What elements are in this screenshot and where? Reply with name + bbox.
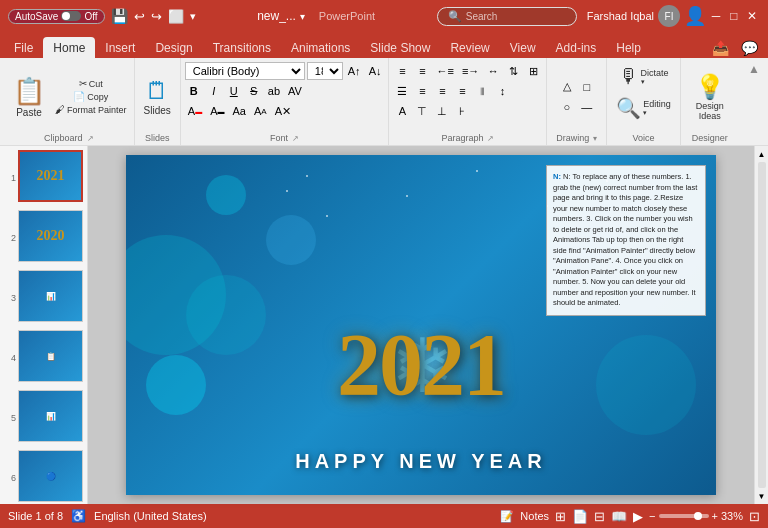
tab-help[interactable]: Help [606, 37, 651, 58]
clipboard-expand-icon[interactable]: ↗ [87, 134, 94, 143]
decrease-font-button[interactable]: A↓ [366, 62, 385, 80]
text-shadow-button[interactable]: A [393, 102, 411, 120]
font-color-button[interactable]: A▬ [185, 102, 205, 120]
redo-icon[interactable]: ↪ [151, 9, 162, 24]
line-spacing-button[interactable]: ↕ [493, 82, 511, 100]
maximize-button[interactable]: □ [726, 8, 742, 24]
scroll-track[interactable] [758, 162, 766, 488]
slide-thumb-4[interactable]: 📋 [18, 330, 83, 382]
slide-thumb-1[interactable]: 2021 [18, 150, 83, 202]
comment-icon[interactable]: 💬 [735, 38, 764, 58]
view-sorter-icon[interactable]: ⊟ [594, 509, 605, 524]
dictate-button[interactable]: 🎙 Dictate ▾ [614, 62, 674, 91]
tab-animations[interactable]: Animations [281, 37, 360, 58]
language[interactable]: English (United States) [94, 510, 207, 522]
slide-thumb-5[interactable]: 📊 [18, 390, 83, 442]
paragraph-expand-icon[interactable]: ↗ [487, 134, 494, 143]
align-right-button[interactable]: ≡ [433, 82, 451, 100]
zoom-control[interactable]: − + 33% [649, 510, 743, 522]
align-center-button[interactable]: ≡ [413, 82, 431, 100]
align-top-button[interactable]: ⊤ [413, 102, 431, 120]
tab-insert[interactable]: Insert [95, 37, 145, 58]
slide-thumb-6[interactable]: 🔵 [18, 450, 83, 502]
undo-icon[interactable]: ↩ [134, 9, 145, 24]
shape-btn-3[interactable]: ○ [558, 98, 576, 116]
paste-button[interactable]: 📋 Paste [8, 72, 50, 122]
align-left-button[interactable]: ☰ [393, 82, 411, 100]
minimize-button[interactable]: ─ [708, 8, 724, 24]
rtl-button[interactable]: ↔ [484, 62, 502, 80]
autosave-button[interactable]: AutoSave Off [8, 9, 105, 24]
tab-transitions[interactable]: Transitions [203, 37, 281, 58]
tab-design[interactable]: Design [145, 37, 202, 58]
slide-thumb-3[interactable]: 📊 [18, 270, 83, 322]
customize-icon[interactable]: ▾ [190, 10, 196, 23]
view-normal-icon[interactable]: ⊞ [555, 509, 566, 524]
highlight-button[interactable]: A▬ [207, 102, 227, 120]
close-button[interactable]: ✕ [744, 8, 760, 24]
view-outline-icon[interactable]: 📄 [572, 509, 588, 524]
slide-main[interactable]: ❄ 2021 HAPPY NEW YEAR N: N: To replace a… [126, 155, 716, 495]
zoom-level[interactable]: 33% [721, 510, 743, 522]
tab-addins[interactable]: Add-ins [546, 37, 607, 58]
shape-btn-1[interactable]: △ [558, 78, 576, 96]
numbering-button[interactable]: ≡ [413, 62, 431, 80]
collapse-icon[interactable]: ▲ [748, 62, 760, 76]
copy-button[interactable]: 📄 Copy [52, 90, 130, 103]
editing-button[interactable]: 🔍 Editing ▾ [611, 93, 676, 123]
font-size-aa-button[interactable]: Aa [229, 102, 248, 120]
save-icon[interactable]: 💾 [111, 8, 128, 24]
tab-review[interactable]: Review [440, 37, 499, 58]
shape-btn-2[interactable]: □ [578, 78, 596, 96]
tab-file[interactable]: File [4, 37, 43, 58]
shape-btn-4[interactable]: — [578, 98, 596, 116]
italic-button[interactable]: I [205, 82, 223, 100]
decrease-indent-button[interactable]: ←≡ [433, 62, 456, 80]
convert-button[interactable]: ⊞ [524, 62, 542, 80]
align-middle-button[interactable]: ⊥ [433, 102, 451, 120]
new-slide-button[interactable]: 🗒 Slides [139, 73, 176, 120]
char-spacing-button[interactable]: AV [285, 82, 305, 100]
justify-button[interactable]: ≡ [453, 82, 471, 100]
shadow-button[interactable]: ab [265, 82, 283, 100]
cut-button[interactable]: ✂ Cut [52, 77, 130, 90]
present-icon[interactable]: ⬜ [168, 9, 184, 24]
increase-font-button[interactable]: A↑ [345, 62, 364, 80]
view-slideshow-icon[interactable]: ▶ [633, 509, 643, 524]
zoom-out-icon[interactable]: − [649, 510, 655, 522]
tab-view[interactable]: View [500, 37, 546, 58]
slide-thumb-2[interactable]: 2020 [18, 210, 83, 262]
scroll-up-button[interactable]: ▲ [756, 148, 768, 160]
share-icon[interactable]: 📤 [706, 38, 735, 58]
format-painter-button[interactable]: 🖌 Format Painter [52, 103, 130, 116]
font-expand-icon[interactable]: ↗ [292, 134, 299, 143]
ribbon-collapse[interactable]: ▲ [744, 58, 764, 145]
tab-home[interactable]: Home [43, 37, 95, 58]
zoom-in-icon[interactable]: + [712, 510, 718, 522]
fit-window-icon[interactable]: ⊡ [749, 509, 760, 524]
font-name-dropdown[interactable]: Calibri (Body) [185, 62, 305, 80]
zoom-slider[interactable] [659, 514, 709, 518]
scroll-down-button[interactable]: ▼ [756, 490, 768, 502]
tab-slideshow[interactable]: Slide Show [360, 37, 440, 58]
columns-button[interactable]: ⫴ [473, 82, 491, 100]
underline-button[interactable]: U [225, 82, 243, 100]
font-size-dropdown[interactable]: 18 [307, 62, 343, 80]
star-2 [406, 195, 408, 197]
bullets-button[interactable]: ≡ [393, 62, 411, 80]
bold-button[interactable]: B [185, 82, 203, 100]
notes-label[interactable]: Notes [520, 510, 549, 522]
strikethrough-button[interactable]: S [245, 82, 263, 100]
clear-format-button[interactable]: A✕ [272, 102, 294, 120]
search-bar[interactable]: 🔍 Search [437, 7, 577, 26]
design-ideas-button[interactable]: 💡 Design Ideas [685, 69, 735, 125]
text-direction-button[interactable]: ⇅ [504, 62, 522, 80]
increase-indent-button[interactable]: ≡→ [459, 62, 482, 80]
filename-arrow[interactable]: ▾ [300, 11, 305, 22]
autosave-toggle[interactable] [61, 11, 81, 21]
view-reading-icon[interactable]: 📖 [611, 509, 627, 524]
align-bottom-button[interactable]: ⊦ [453, 102, 471, 120]
drawing-expand-icon[interactable]: ▾ [593, 134, 597, 143]
caps-button[interactable]: AA [251, 102, 270, 120]
accessibility-icon[interactable]: ♿ [71, 509, 86, 523]
